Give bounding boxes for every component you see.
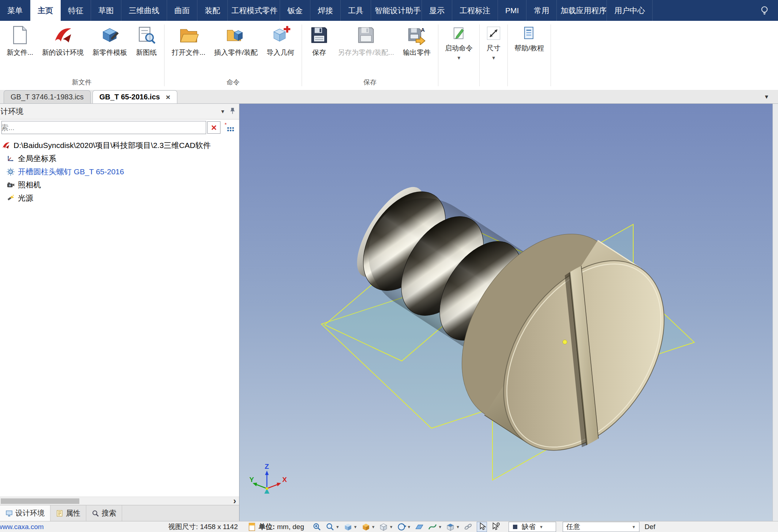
start-command-button[interactable]: 启动命令 ▼: [439, 21, 479, 90]
scrollbar-thumb[interactable]: [1, 498, 79, 504]
caxa-link[interactable]: www.caxa.com: [0, 523, 58, 531]
open-file-button[interactable]: 打开文件...: [167, 24, 210, 59]
menu-tab-common[interactable]: 常用: [526, 0, 557, 21]
scroll-right-icon[interactable]: ›: [233, 497, 236, 505]
view-top-icon[interactable]: ▼: [446, 522, 460, 532]
panel-dropdown-icon[interactable]: ▼: [220, 109, 225, 114]
triad-x-label: X: [282, 476, 287, 483]
menu-tab-tools[interactable]: 工具: [341, 0, 371, 21]
view-size: 视图尺寸: 1458 x 1142: [168, 522, 238, 532]
ribbon-group-label: 新文件: [0, 77, 163, 90]
new-part-template-icon: [100, 25, 120, 45]
tab-properties[interactable]: 属性: [50, 505, 86, 521]
ribbon-group-commands: 打开文件... 插入零件/装配 导入几何 命令: [165, 21, 301, 90]
menu-tab-assembly[interactable]: 装配: [197, 0, 228, 21]
tab-design-env[interactable]: 设计环境: [0, 505, 50, 521]
tab-list-chevron-icon[interactable]: ▼: [764, 94, 769, 100]
save-button[interactable]: 保存: [305, 24, 333, 59]
menu-tab-surface[interactable]: 曲面: [167, 0, 197, 21]
menu-tab-menu[interactable]: 菜单: [0, 0, 30, 21]
doc-tab-gbt3746[interactable]: GB_T 3746.1-1983.ics: [4, 90, 91, 103]
view-wireframe-icon[interactable]: ▼: [379, 522, 393, 532]
select-add-cursor-icon[interactable]: [491, 522, 500, 532]
new-drawing-button[interactable]: 新图纸: [132, 24, 161, 59]
menu-tab-engineering-mode[interactable]: 工程模式零件: [228, 0, 280, 21]
triad-y-label: Y: [249, 476, 254, 483]
import-geometry-button[interactable]: 导入几何: [262, 24, 299, 59]
menu-tab-welding[interactable]: 焊接: [310, 0, 341, 21]
panel-title: 设计环境: [1, 106, 216, 117]
ribbon-separator: [551, 24, 551, 86]
clear-search-icon[interactable]: ×: [207, 121, 220, 134]
ribbon-separator: [507, 24, 508, 86]
ribbon: 新文件... 新的设计环境 新零件模板 新图纸 新文件: [0, 21, 778, 90]
menu-tab-feature[interactable]: 特征: [61, 0, 91, 21]
tree-item-screw-part[interactable]: 开槽圆柱头螺钉 GB_T 65-2016: [0, 165, 239, 178]
menu-tab-addons[interactable]: 加载应用程序: [557, 0, 607, 21]
viewport-3d[interactable]: Z Y X: [239, 104, 773, 521]
tree-item-project-path[interactable]: D:\BaiduSyncdisk\2020\项目\科技部项目\2.3三维CAD软…: [0, 139, 239, 152]
caxa-file-icon: [1, 141, 10, 150]
view-iso-icon[interactable]: ▼: [343, 522, 358, 532]
preset-dropdown[interactable]: 缺省 ▼: [509, 522, 556, 532]
light-icon: [7, 194, 15, 202]
menu-tab-pmi[interactable]: PMI: [498, 0, 526, 21]
sketch-plane-icon[interactable]: [415, 522, 424, 532]
filter-any-dropdown[interactable]: 任意 ▼: [563, 522, 639, 532]
menu-tab-user-center[interactable]: 用户中心: [607, 0, 653, 21]
chevron-down-icon: ▼: [539, 525, 543, 529]
ribbon-separator: [164, 24, 165, 86]
view-rotate-icon[interactable]: ▼: [397, 522, 411, 532]
export-part-icon: A: [407, 25, 427, 45]
horizontal-scrollbar[interactable]: ›: [0, 497, 239, 505]
pin-icon[interactable]: [229, 107, 236, 116]
svg-text:*: *: [224, 122, 227, 128]
view-orient-icon[interactable]: ▼: [361, 522, 375, 532]
menu-tab-smart-design[interactable]: 智能设计助手: [371, 0, 422, 21]
doc-tab-gbt65[interactable]: GB_T 65-2016.ics ×: [92, 90, 177, 103]
menu-tab-sketch[interactable]: 草图: [91, 0, 121, 21]
menu-tab-annotation[interactable]: 工程标注: [452, 0, 498, 21]
tree-item-camera[interactable]: 照相机: [0, 178, 239, 191]
select-cursor-icon[interactable]: [477, 522, 487, 532]
locate-filter-icon[interactable]: *: [222, 121, 238, 134]
tab-search[interactable]: 搜索: [86, 505, 122, 521]
new-design-env-button[interactable]: 新的设计环境: [38, 24, 88, 59]
tip-bulb-icon[interactable]: [751, 0, 778, 21]
ribbon-group-new-file: 新文件... 新的设计环境 新零件模板 新图纸 新文件: [0, 21, 163, 90]
save-as-button[interactable]: 另存为零件/装配...: [333, 24, 399, 59]
status-right-text: Def: [645, 523, 778, 531]
start-command-icon: [452, 26, 466, 41]
new-part-template-button[interactable]: 新零件模板: [88, 24, 132, 59]
insert-part-button[interactable]: 插入零件/装配: [210, 24, 262, 59]
new-file-button[interactable]: 新文件...: [2, 24, 38, 59]
coordinate-icon: [7, 155, 15, 163]
link-icon[interactable]: [464, 522, 473, 532]
help-tutorial-button[interactable]: 帮助/教程: [509, 21, 550, 90]
ribbon-group-save: 保存 另存为零件/装配... A 输出零件 保存: [303, 21, 437, 90]
right-scroll-strip[interactable]: [773, 104, 778, 521]
close-tab-icon[interactable]: ×: [166, 93, 170, 101]
caxa-3d-window: 菜单 主页 特征 草图 三维曲线 曲面 装配 工程模式零件 钣金 焊接 工具 智…: [0, 0, 778, 532]
menu-tab-sheet-metal[interactable]: 钣金: [280, 0, 310, 21]
menu-tab-3d-curve[interactable]: 三维曲线: [121, 0, 167, 21]
tree-item-global-coords[interactable]: 全局坐标系: [0, 152, 239, 165]
vertex-marker[interactable]: [563, 340, 567, 344]
preset-cube-icon: [512, 524, 518, 530]
open-file-icon: [179, 25, 199, 45]
document-tab-bar: GB_T 3746.1-1983.ics GB_T 65-2016.ics × …: [0, 90, 778, 104]
tree-item-light[interactable]: 光源: [0, 191, 239, 205]
export-part-button[interactable]: A 输出零件: [399, 24, 435, 59]
design-env-tab-icon: [5, 510, 13, 517]
dimension-button[interactable]: 尺寸 ▼: [480, 21, 507, 90]
zoom-window-icon[interactable]: ▼: [325, 522, 340, 532]
zoom-in-icon[interactable]: [312, 522, 322, 532]
status-bar: www.caxa.com 视图尺寸: 1458 x 1142 单位: mm, d…: [0, 521, 778, 532]
chevron-down-icon: ▼: [632, 525, 636, 529]
search-input[interactable]: 搜索...: [1, 121, 206, 134]
menu-tab-display[interactable]: 显示: [422, 0, 452, 21]
spline-icon[interactable]: ▼: [428, 522, 442, 532]
camera-icon: [7, 181, 15, 189]
menu-tab-home[interactable]: 主页: [30, 0, 61, 21]
save-icon: [309, 25, 329, 45]
